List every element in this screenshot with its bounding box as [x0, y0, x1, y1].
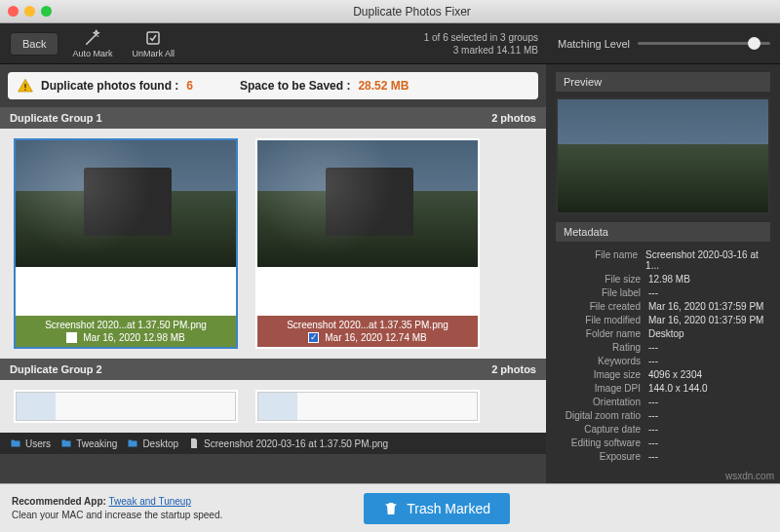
crumb-tweaking[interactable]: Tweaking [60, 437, 117, 449]
matching-level-slider[interactable] [638, 42, 770, 45]
wand-icon [84, 29, 101, 47]
trash-marked-button[interactable]: Trash Marked [364, 493, 510, 524]
group-2-header: Duplicate Group 2 2 photos [0, 359, 546, 380]
meta-row: Keywords--- [556, 354, 770, 367]
mark-checkbox[interactable] [308, 332, 319, 343]
meta-row: Editing software--- [556, 436, 770, 449]
trash-icon [383, 501, 399, 516]
back-button[interactable]: Back [10, 32, 58, 56]
warning-icon [18, 78, 33, 94]
rec-label: Recommended App: [12, 496, 106, 507]
group-1-thumbs: Screenshot 2020...at 1.37.50 PM.png Mar … [0, 129, 546, 359]
preview-header: Preview [556, 72, 770, 92]
metadata-header: Metadata [556, 222, 770, 242]
folder-icon [127, 437, 138, 449]
save-value: 28.52 MB [358, 79, 409, 93]
svg-rect-2 [24, 89, 25, 90]
toolbar: Back Auto Mark UnMark All 1 of 6 selecte… [0, 23, 780, 64]
status-line-2: 3 marked 14.11 MB [424, 44, 538, 57]
crumb-file[interactable]: Screenshot 2020-03-16 at 1.37.50 PM.png [188, 437, 388, 449]
group-count: 2 photos [491, 363, 536, 375]
photo-caption: Screenshot 2020...at 1.37.50 PM.png Mar … [16, 316, 236, 347]
meta-row: File createdMar 16, 2020 01:37:59 PM [556, 299, 770, 313]
trash-label: Trash Marked [407, 501, 490, 516]
results-pane: Duplicate photos found : 6 Space to be S… [0, 64, 546, 483]
photo-thumbnail [257, 140, 478, 267]
group-count: 2 photos [491, 112, 536, 124]
unmark-icon [144, 29, 162, 47]
recommended-app: Recommended App: Tweak and Tuneup Clean … [12, 495, 222, 522]
crumb-desktop[interactable]: Desktop [127, 437, 178, 449]
mark-checkbox[interactable] [66, 332, 77, 343]
rec-link[interactable]: Tweak and Tuneup [108, 496, 191, 507]
folder-icon [10, 437, 21, 449]
slider-knob[interactable] [748, 37, 760, 50]
titlebar: Duplicate Photos Fixer [0, 0, 780, 23]
meta-row: File nameScreenshot 2020-03-16 at 1... [556, 247, 770, 272]
group-title: Duplicate Group 1 [10, 112, 102, 124]
meta-row: Digital zoom ratio--- [556, 408, 770, 422]
matching-level: Matching Level [546, 38, 770, 50]
footer: Recommended App: Tweak and Tuneup Clean … [0, 483, 780, 532]
meta-row: File size12.98 MB [556, 272, 770, 285]
meta-row: File modifiedMar 16, 2020 01:37:59 PM [556, 313, 770, 326]
zoom-icon[interactable] [41, 6, 52, 17]
unmark-all-label: UnMark All [132, 49, 175, 58]
photo-card-2[interactable]: Screenshot 2020...at 1.37.35 PM.png Mar … [255, 138, 480, 349]
window-controls [8, 6, 52, 17]
minimize-icon[interactable] [24, 6, 35, 17]
photo-filename: Screenshot 2020...at 1.37.35 PM.png [263, 320, 472, 330]
meta-row: File label--- [556, 285, 770, 299]
file-icon [188, 437, 200, 449]
auto-mark-button[interactable]: Auto Mark [66, 29, 118, 58]
breadcrumb: Users Tweaking Desktop Screenshot 2020-0… [0, 433, 546, 454]
meta-row: Image size4096 x 2304 [556, 367, 770, 381]
save-label: Space to be Saved : [240, 79, 350, 93]
photo-meta: Mar 16, 2020 12.74 MB [325, 332, 427, 343]
photo-caption: Screenshot 2020...at 1.37.35 PM.png Mar … [257, 316, 478, 347]
window-title: Duplicate Photos Fixer [52, 5, 772, 19]
meta-row: Capture date--- [556, 422, 770, 436]
found-label: Duplicate photos found : [41, 79, 178, 93]
crumb-users[interactable]: Users [10, 437, 51, 449]
meta-row: Rating--- [556, 340, 770, 354]
meta-row: Image DPI144.0 x 144.0 [556, 381, 770, 395]
photo-card-4[interactable] [255, 390, 480, 423]
folder-icon [60, 437, 72, 449]
photo-filename: Screenshot 2020...at 1.37.50 PM.png [21, 320, 230, 330]
details-pane: Preview Metadata File nameScreenshot 202… [546, 64, 780, 483]
meta-row: Orientation--- [556, 395, 770, 408]
group-1-header: Duplicate Group 1 2 photos [0, 107, 546, 129]
unmark-all-button[interactable]: UnMark All [126, 29, 180, 58]
meta-row: Exposure--- [556, 449, 770, 463]
photo-meta: Mar 16, 2020 12.98 MB [83, 332, 185, 343]
svg-rect-1 [24, 84, 25, 88]
status-line-1: 1 of 6 selected in 3 groups [424, 31, 538, 44]
watermark: wsxdn.com [725, 471, 774, 481]
found-count: 6 [186, 79, 193, 93]
photo-card-3[interactable] [14, 390, 238, 423]
meta-row: Folder nameDesktop [556, 326, 770, 340]
photo-card-1[interactable]: Screenshot 2020...at 1.37.50 PM.png Mar … [14, 138, 238, 349]
group-title: Duplicate Group 2 [10, 363, 102, 375]
selection-status: 1 of 6 selected in 3 groups 3 marked 14.… [424, 31, 538, 57]
preview-image [556, 97, 770, 214]
close-icon[interactable] [8, 6, 19, 17]
auto-mark-label: Auto Mark [72, 49, 112, 58]
photo-thumbnail [16, 140, 236, 267]
matching-level-label: Matching Level [558, 38, 630, 50]
metadata-list: File nameScreenshot 2020-03-16 at 1... F… [556, 247, 770, 463]
rec-subtitle: Clean your MAC and increase the startup … [12, 510, 222, 520]
summary-alert: Duplicate photos found : 6 Space to be S… [8, 72, 538, 99]
group-2-thumbs [0, 380, 546, 433]
